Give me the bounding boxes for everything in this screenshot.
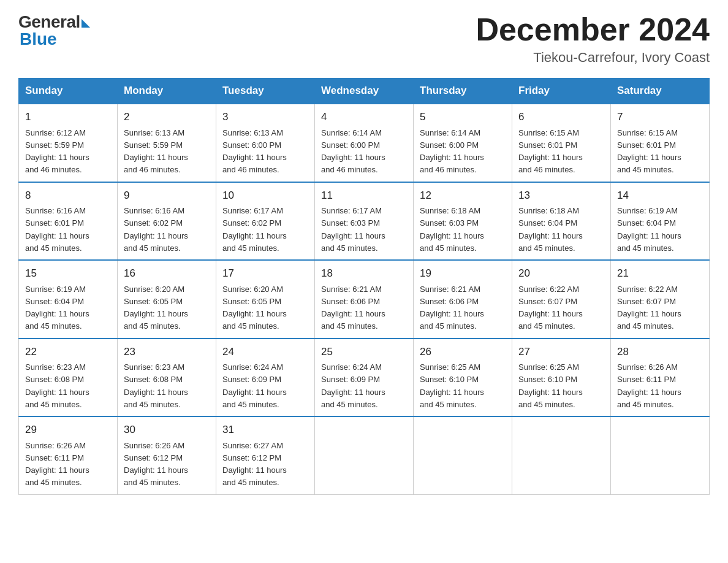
calendar-day-cell: 7 Sunrise: 6:15 AMSunset: 6:01 PMDayligh… — [611, 104, 710, 182]
day-number: 8 — [25, 188, 111, 204]
calendar-day-cell: 18 Sunrise: 6:21 AMSunset: 6:06 PMDaylig… — [315, 260, 414, 339]
day-number: 6 — [518, 109, 604, 125]
calendar-header-cell: Friday — [512, 79, 611, 104]
day-info: Sunrise: 6:21 AMSunset: 6:06 PMDaylight:… — [420, 285, 484, 331]
day-info: Sunrise: 6:25 AMSunset: 6:10 PMDaylight:… — [518, 362, 583, 409]
calendar-day-cell — [414, 416, 512, 494]
logo: General Blue — [18, 12, 90, 49]
day-number: 13 — [518, 188, 604, 204]
calendar-day-cell: 11 Sunrise: 6:17 AMSunset: 6:03 PMDaylig… — [315, 182, 414, 261]
page-header: General Blue December 2024 Tiekou-Carref… — [18, 12, 710, 66]
calendar-day-cell — [611, 416, 710, 494]
day-number: 31 — [222, 422, 308, 438]
calendar-day-cell: 12 Sunrise: 6:18 AMSunset: 6:03 PMDaylig… — [414, 182, 512, 261]
calendar-week-row: 22 Sunrise: 6:23 AMSunset: 6:08 PMDaylig… — [19, 339, 710, 417]
calendar-day-cell: 28 Sunrise: 6:26 AMSunset: 6:11 PMDaylig… — [611, 339, 710, 417]
calendar-day-cell: 19 Sunrise: 6:21 AMSunset: 6:06 PMDaylig… — [414, 260, 512, 339]
calendar-day-cell: 23 Sunrise: 6:23 AMSunset: 6:08 PMDaylig… — [118, 339, 216, 417]
calendar-header-cell: Thursday — [414, 79, 512, 104]
day-info: Sunrise: 6:16 AMSunset: 6:02 PMDaylight:… — [124, 206, 188, 253]
day-number: 7 — [617, 109, 703, 125]
day-info: Sunrise: 6:12 AMSunset: 5:59 PMDaylight:… — [25, 128, 89, 175]
calendar-day-cell: 15 Sunrise: 6:19 AMSunset: 6:04 PMDaylig… — [19, 260, 118, 339]
day-info: Sunrise: 6:15 AMSunset: 6:01 PMDaylight:… — [518, 128, 583, 175]
calendar-header-row: SundayMondayTuesdayWednesdayThursdayFrid… — [19, 79, 710, 104]
calendar-header-cell: Saturday — [611, 79, 710, 104]
day-info: Sunrise: 6:18 AMSunset: 6:04 PMDaylight:… — [518, 206, 583, 253]
day-number: 21 — [617, 266, 703, 282]
day-number: 16 — [124, 266, 210, 282]
calendar-header-cell: Tuesday — [216, 79, 315, 104]
day-info: Sunrise: 6:24 AMSunset: 6:09 PMDaylight:… — [222, 362, 287, 409]
day-number: 3 — [222, 109, 308, 125]
calendar-day-cell: 1 Sunrise: 6:12 AMSunset: 5:59 PMDayligh… — [19, 104, 118, 182]
day-info: Sunrise: 6:22 AMSunset: 6:07 PMDaylight:… — [617, 285, 681, 331]
day-info: Sunrise: 6:16 AMSunset: 6:01 PMDaylight:… — [25, 206, 89, 253]
day-info: Sunrise: 6:14 AMSunset: 6:00 PMDaylight:… — [420, 128, 484, 175]
day-info: Sunrise: 6:23 AMSunset: 6:08 PMDaylight:… — [25, 362, 89, 409]
calendar-table: SundayMondayTuesdayWednesdayThursdayFrid… — [18, 78, 710, 495]
day-info: Sunrise: 6:19 AMSunset: 6:04 PMDaylight:… — [25, 285, 89, 331]
day-info: Sunrise: 6:23 AMSunset: 6:08 PMDaylight:… — [124, 362, 188, 409]
calendar-day-cell: 25 Sunrise: 6:24 AMSunset: 6:09 PMDaylig… — [315, 339, 414, 417]
day-number: 17 — [222, 266, 308, 282]
day-number: 25 — [321, 344, 407, 360]
calendar-day-cell: 20 Sunrise: 6:22 AMSunset: 6:07 PMDaylig… — [512, 260, 611, 339]
day-info: Sunrise: 6:20 AMSunset: 6:05 PMDaylight:… — [124, 285, 188, 331]
day-number: 11 — [321, 188, 407, 204]
day-number: 5 — [420, 109, 506, 125]
calendar-day-cell: 8 Sunrise: 6:16 AMSunset: 6:01 PMDayligh… — [19, 182, 118, 261]
calendar-day-cell: 16 Sunrise: 6:20 AMSunset: 6:05 PMDaylig… — [118, 260, 216, 339]
day-info: Sunrise: 6:18 AMSunset: 6:03 PMDaylight:… — [420, 206, 484, 253]
day-number: 27 — [518, 344, 604, 360]
calendar-day-cell: 3 Sunrise: 6:13 AMSunset: 6:00 PMDayligh… — [216, 104, 315, 182]
day-number: 20 — [518, 266, 604, 282]
day-number: 19 — [420, 266, 506, 282]
day-info: Sunrise: 6:19 AMSunset: 6:04 PMDaylight:… — [617, 206, 681, 253]
day-number: 24 — [222, 344, 308, 360]
day-number: 12 — [420, 188, 506, 204]
calendar-day-cell — [315, 416, 414, 494]
day-info: Sunrise: 6:24 AMSunset: 6:09 PMDaylight:… — [321, 362, 385, 409]
calendar-day-cell: 31 Sunrise: 6:27 AMSunset: 6:12 PMDaylig… — [216, 416, 315, 494]
calendar-day-cell: 22 Sunrise: 6:23 AMSunset: 6:08 PMDaylig… — [19, 339, 118, 417]
location-title: Tiekou-Carrefour, Ivory Coast — [476, 50, 710, 66]
day-info: Sunrise: 6:26 AMSunset: 6:11 PMDaylight:… — [25, 441, 89, 488]
calendar-week-row: 8 Sunrise: 6:16 AMSunset: 6:01 PMDayligh… — [19, 182, 710, 261]
title-section: December 2024 Tiekou-Carrefour, Ivory Co… — [476, 12, 710, 66]
calendar-day-cell: 4 Sunrise: 6:14 AMSunset: 6:00 PMDayligh… — [315, 104, 414, 182]
day-number: 4 — [321, 109, 407, 125]
day-number: 23 — [124, 344, 210, 360]
day-info: Sunrise: 6:13 AMSunset: 5:59 PMDaylight:… — [124, 128, 188, 175]
calendar-day-cell: 27 Sunrise: 6:25 AMSunset: 6:10 PMDaylig… — [512, 339, 611, 417]
calendar-header-cell: Wednesday — [315, 79, 414, 104]
logo-blue-text: Blue — [20, 29, 57, 49]
calendar-week-row: 29 Sunrise: 6:26 AMSunset: 6:11 PMDaylig… — [19, 416, 710, 494]
calendar-week-row: 15 Sunrise: 6:19 AMSunset: 6:04 PMDaylig… — [19, 260, 710, 339]
day-info: Sunrise: 6:25 AMSunset: 6:10 PMDaylight:… — [420, 362, 484, 409]
calendar-header-cell: Monday — [118, 79, 216, 104]
calendar-day-cell: 26 Sunrise: 6:25 AMSunset: 6:10 PMDaylig… — [414, 339, 512, 417]
day-number: 14 — [617, 188, 703, 204]
calendar-day-cell: 30 Sunrise: 6:26 AMSunset: 6:12 PMDaylig… — [118, 416, 216, 494]
calendar-day-cell: 17 Sunrise: 6:20 AMSunset: 6:05 PMDaylig… — [216, 260, 315, 339]
day-number: 2 — [124, 109, 210, 125]
calendar-header-cell: Sunday — [19, 79, 118, 104]
calendar-day-cell: 6 Sunrise: 6:15 AMSunset: 6:01 PMDayligh… — [512, 104, 611, 182]
calendar-day-cell: 14 Sunrise: 6:19 AMSunset: 6:04 PMDaylig… — [611, 182, 710, 261]
calendar-day-cell: 10 Sunrise: 6:17 AMSunset: 6:02 PMDaylig… — [216, 182, 315, 261]
calendar-day-cell: 24 Sunrise: 6:24 AMSunset: 6:09 PMDaylig… — [216, 339, 315, 417]
day-info: Sunrise: 6:17 AMSunset: 6:02 PMDaylight:… — [222, 206, 287, 253]
day-info: Sunrise: 6:20 AMSunset: 6:05 PMDaylight:… — [222, 285, 287, 331]
calendar-day-cell: 5 Sunrise: 6:14 AMSunset: 6:00 PMDayligh… — [414, 104, 512, 182]
logo-triangle-icon — [82, 19, 90, 28]
day-number: 28 — [617, 344, 703, 360]
calendar-day-cell: 2 Sunrise: 6:13 AMSunset: 5:59 PMDayligh… — [118, 104, 216, 182]
day-number: 30 — [124, 422, 210, 438]
calendar-day-cell: 29 Sunrise: 6:26 AMSunset: 6:11 PMDaylig… — [19, 416, 118, 494]
day-number: 1 — [25, 109, 111, 125]
day-number: 22 — [25, 344, 111, 360]
day-number: 9 — [124, 188, 210, 204]
calendar-day-cell: 21 Sunrise: 6:22 AMSunset: 6:07 PMDaylig… — [611, 260, 710, 339]
day-info: Sunrise: 6:21 AMSunset: 6:06 PMDaylight:… — [321, 285, 385, 331]
